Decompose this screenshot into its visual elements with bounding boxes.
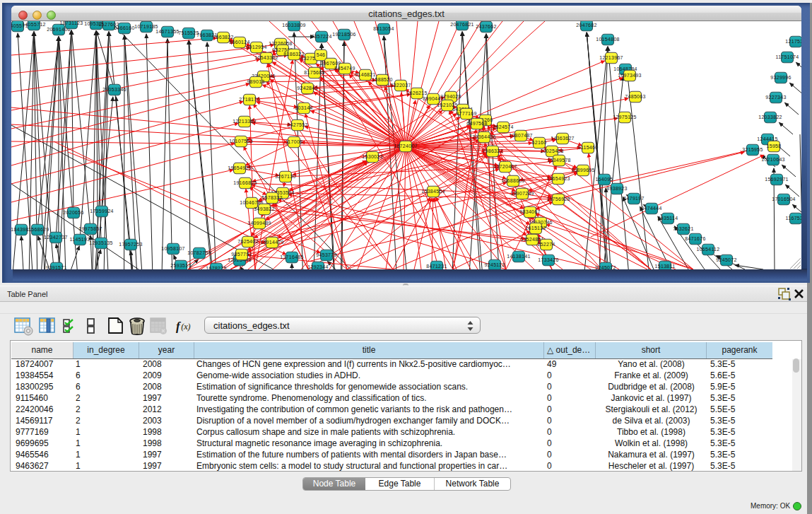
svg-text:11751074: 11751074 (775, 54, 799, 59)
svg-text:9453779: 9453779 (316, 252, 336, 257)
svg-text:7625402: 7625402 (237, 239, 258, 244)
svg-text:1733426: 1733426 (538, 257, 558, 262)
svg-text:2020656: 2020656 (63, 210, 83, 215)
svg-text:12213382: 12213382 (233, 119, 257, 124)
svg-text:1626215: 1626215 (406, 90, 427, 95)
svg-text:18731123: 18731123 (59, 21, 83, 25)
svg-text:17359924: 17359924 (90, 209, 114, 214)
svg-text:10719185: 10719185 (134, 24, 158, 29)
svg-text:62160: 62160 (532, 140, 547, 145)
svg-text:10107553: 10107553 (229, 139, 253, 144)
svg-text:9245072: 9245072 (595, 265, 616, 269)
svg-text:17016504: 17016504 (772, 197, 796, 201)
svg-text:7515525: 7515525 (178, 30, 199, 35)
svg-text:3824574: 3824574 (493, 124, 513, 129)
svg-text:10899695: 10899695 (571, 168, 595, 173)
svg-text:12975125: 12975125 (613, 115, 637, 119)
svg-text:9777169: 9777169 (456, 111, 476, 116)
svg-text:2437662: 2437662 (476, 24, 496, 29)
svg-text:12935135: 12935135 (89, 240, 113, 245)
svg-text:13654923: 13654923 (546, 176, 570, 181)
svg-text:7357224: 7357224 (311, 34, 331, 39)
svg-text:10543362: 10543362 (254, 55, 278, 60)
svg-text:14099489: 14099489 (247, 221, 271, 226)
svg-text:10210643: 10210643 (761, 157, 785, 162)
svg-text:9242848: 9242848 (297, 86, 317, 90)
svg-text:6497568: 6497568 (466, 121, 487, 126)
svg-text:12342737: 12342737 (44, 235, 68, 240)
svg-text:2718170: 2718170 (239, 97, 259, 102)
svg-text:803144: 803144 (295, 105, 312, 110)
svg-text:7986322: 7986322 (482, 148, 502, 153)
svg-text:15958: 15958 (767, 144, 782, 148)
svg-text:9227343: 9227343 (765, 95, 786, 100)
svg-text:10654112: 10654112 (696, 247, 719, 252)
svg-text:12213967: 12213967 (599, 55, 623, 60)
svg-text:1530023: 1530023 (362, 154, 382, 159)
svg-text:2967608: 2967608 (320, 61, 341, 66)
svg-text:14671355: 14671355 (155, 29, 180, 34)
svg-text:19756928: 19756928 (546, 197, 570, 201)
svg-text:9329996: 9329996 (770, 75, 791, 80)
svg-text:9115460: 9115460 (578, 145, 599, 150)
svg-text:1513811: 1513811 (655, 264, 676, 269)
svg-text:8454749: 8454749 (334, 66, 355, 71)
svg-text:9794028: 9794028 (440, 94, 461, 99)
svg-text:1292344: 1292344 (307, 264, 328, 269)
svg-text:8471676: 8471676 (685, 236, 705, 241)
svg-text:3267130: 3267130 (275, 174, 295, 179)
svg-text:19218506: 19218506 (332, 32, 356, 37)
svg-text:8813054: 8813054 (373, 26, 394, 31)
svg-text:29053346: 29053346 (102, 87, 126, 92)
svg-text:546: 546 (317, 52, 326, 57)
svg-text:10807487: 10807487 (509, 133, 533, 138)
svg-text:9391571: 9391571 (46, 265, 66, 269)
svg-text:1217531: 1217531 (785, 39, 801, 44)
svg-text:14055712: 14055712 (22, 22, 46, 27)
svg-text:13720407: 13720407 (493, 164, 517, 169)
svg-text:8322037: 8322037 (390, 83, 411, 88)
svg-text:3215955: 3215955 (742, 147, 763, 152)
svg-text:5578332: 5578332 (261, 195, 282, 200)
svg-text:10973493: 10973493 (618, 73, 642, 78)
svg-text:3493822: 3493822 (254, 206, 274, 211)
svg-text:2047682: 2047682 (576, 23, 596, 28)
svg-text:9834067: 9834067 (519, 209, 540, 214)
svg-text:8471231: 8471231 (426, 264, 447, 269)
svg-text:8660124: 8660124 (229, 40, 249, 45)
svg-text:8175685: 8175685 (304, 70, 324, 75)
svg-text:16914479: 16914479 (260, 240, 284, 245)
svg-text:10688609: 10688609 (501, 178, 525, 183)
svg-text:10025438: 10025438 (540, 148, 564, 153)
svg-text:1588520: 1588520 (372, 77, 392, 82)
svg-text:10782759: 10782759 (187, 250, 211, 255)
svg-text:14138141: 14138141 (507, 254, 531, 259)
svg-text:2593513: 2593513 (170, 263, 191, 268)
svg-text:15349578: 15349578 (547, 158, 571, 163)
svg-text:9146821: 9146821 (355, 72, 375, 77)
svg-text:8938923: 8938923 (606, 186, 627, 191)
svg-text:19654925: 19654925 (228, 165, 252, 170)
svg-text:9245072: 9245072 (716, 257, 736, 262)
svg-text:1678275: 1678275 (206, 266, 226, 269)
svg-text:20476821: 20476821 (450, 22, 474, 27)
svg-text:12033822: 12033822 (758, 115, 782, 119)
svg-text:7663822: 7663822 (213, 35, 233, 40)
svg-text:19975857: 19975857 (78, 226, 102, 231)
svg-text:6466160: 6466160 (114, 25, 134, 30)
svg-text:9245113: 9245113 (485, 262, 505, 267)
svg-text:18907249: 18907249 (510, 191, 534, 196)
svg-text:17957253: 17957253 (119, 242, 143, 247)
svg-text:16033809: 16033809 (282, 23, 306, 28)
svg-text:13716485: 13716485 (280, 255, 304, 259)
svg-text:252274: 252274 (537, 242, 555, 247)
svg-text:1145193: 1145193 (70, 237, 90, 242)
svg-text:9474444: 9474444 (641, 206, 661, 211)
svg-text:7485063: 7485063 (625, 94, 645, 99)
svg-text:1843981: 1843981 (11, 227, 32, 232)
svg-text:9427552: 9427552 (287, 122, 307, 127)
svg-text:15692971: 15692971 (765, 177, 789, 182)
svg-text:7632621: 7632621 (673, 226, 693, 231)
svg-text:1615132: 1615132 (525, 226, 546, 230)
svg-text:20364436: 20364436 (472, 134, 496, 139)
